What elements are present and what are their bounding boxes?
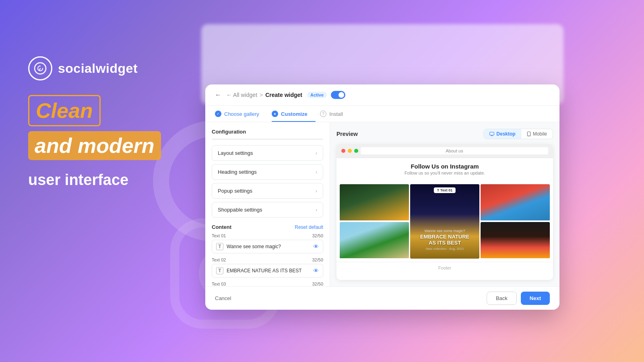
text-field-group-01: Text 01 32/50 T 👁 [212, 233, 323, 253]
logo-icon [28, 56, 52, 80]
field-name-03: Text 03 [212, 282, 226, 286]
preview-header: Preview Desktop Mobile [336, 129, 553, 139]
logo-area: socialwidget [28, 56, 161, 80]
active-badge: Active [307, 92, 327, 98]
step-check-install: ? [320, 111, 326, 117]
step-separator-2: · [317, 111, 318, 117]
text-field-group-02: Text 02 32/50 T 👁 [212, 257, 323, 278]
svg-rect-4 [490, 132, 494, 136]
text-input-wrapper-01: T 👁 [212, 240, 323, 253]
preview-mobile-btn[interactable]: Mobile [521, 129, 553, 139]
settings-row-popup[interactable]: Popup settings › [212, 183, 323, 199]
field-name-02: Text 02 [212, 257, 226, 262]
steps-navigation: ✓ Choose gallery · ● Customize · ? Insta… [205, 106, 559, 122]
overlay-badge: T Text 01 [434, 187, 456, 193]
text-field-label-01: Text 01 32/50 [212, 233, 323, 238]
overlay-small-text: Wanne see some magic? [410, 229, 479, 233]
breadcrumb-current: Create widget [265, 92, 302, 98]
image-forest [340, 184, 409, 220]
step-install[interactable]: ? Install [320, 106, 351, 122]
tagline-clean-text: Clean [36, 99, 93, 122]
image-glamping [340, 222, 409, 258]
browser-dot-green [354, 149, 358, 153]
tagline-modern-box: and modern [28, 131, 161, 160]
text-field-group-03: Text 03 32/50 T 👁 [212, 282, 323, 286]
text-field-label-02: Text 02 32/50 [212, 257, 323, 262]
config-tabs: Desktop Mobile [212, 139, 323, 140]
grid-image-center: T Text 01 Wanne see some magic? EMBRACE … [410, 184, 479, 259]
back-navigation-arrow[interactable]: ← [215, 91, 221, 99]
step-separator-1: · [269, 111, 270, 117]
step-label-install: Install [329, 111, 343, 117]
preview-label: Preview [336, 131, 358, 137]
settings-label-popup: Popup settings [218, 188, 252, 194]
grid-image-1 [340, 184, 409, 221]
preview-desktop-btn[interactable]: Desktop [484, 129, 521, 139]
next-button[interactable]: Next [521, 292, 550, 305]
settings-row-heading[interactable]: Heading settings › [212, 164, 323, 180]
overlay-badge-text: T Text 01 [437, 188, 452, 192]
preview-desktop-label: Desktop [496, 131, 515, 137]
mobile-icon [527, 132, 531, 136]
tagline-modern-text: and modern [35, 134, 155, 157]
desktop-icon [489, 132, 494, 136]
grid-image-5 [481, 222, 550, 259]
back-button[interactable]: Back [487, 292, 517, 305]
preview-main-content: Follow Us on Instagram Follow us so you'… [336, 158, 553, 184]
cancel-button[interactable]: Cancel [215, 295, 231, 301]
tagline-sub-text: user interface [28, 171, 161, 189]
step-customize[interactable]: ● Customize [272, 106, 316, 122]
image-hiking [481, 184, 550, 220]
preview-mobile-label: Mobile [533, 131, 547, 137]
chevron-right-icon-popup: › [316, 188, 317, 194]
preview-footer: Footer [336, 262, 553, 274]
image-campfire [481, 222, 550, 258]
settings-row-layout[interactable]: Layout settings › [212, 145, 323, 161]
browser-url-bar: About us [361, 147, 548, 154]
text-input-02[interactable] [227, 268, 310, 274]
footer-action-buttons: Back Next [487, 292, 550, 305]
text-field-label-03: Text 03 32/50 [212, 282, 323, 286]
modal-body: Configuration Desktop Mobile Layout sett… [205, 122, 559, 286]
text-input-01[interactable] [227, 244, 310, 249]
preview-card: About us Follow Us on Instagram Follow u… [336, 144, 553, 280]
step-label-customize: Customize [281, 111, 308, 117]
left-panel: Configuration Desktop Mobile Layout sett… [205, 122, 330, 286]
breadcrumb: ← All widget > Create widget Active [226, 91, 345, 99]
field-counter-03: 32/50 [312, 282, 323, 286]
field-counter-01: 32/50 [312, 233, 323, 238]
field-name-01: Text 01 [212, 233, 226, 238]
chevron-right-icon: › [316, 150, 317, 156]
visibility-toggle-02[interactable]: 👁 [313, 267, 319, 274]
tab-mobile[interactable]: Mobile [268, 139, 323, 140]
step-label-gallery: Choose gallery [224, 111, 259, 117]
step-choose-gallery[interactable]: ✓ Choose gallery [215, 106, 267, 122]
chevron-right-icon-heading: › [316, 169, 317, 175]
active-toggle[interactable] [331, 91, 345, 99]
overlay-big-text: EMBRACE NATUREAS ITS BEST [410, 234, 479, 246]
grid-image-4 [340, 222, 409, 259]
preview-device-toggle: Desktop Mobile [483, 129, 553, 139]
settings-label-shoppable: Shoppable settings [218, 207, 262, 213]
step-check-gallery: ✓ [215, 111, 221, 117]
settings-label-layout: Layout settings [218, 150, 253, 156]
visibility-toggle-01[interactable]: 👁 [313, 243, 319, 250]
breadcrumb-all-widget[interactable]: ← All widget [226, 92, 257, 98]
settings-row-shoppable[interactable]: Shoppable settings › [212, 202, 323, 218]
content-label: Content [212, 224, 231, 230]
reset-default-button[interactable]: Reset default [295, 224, 323, 230]
branding-area: socialwidget Clean and modern user inter… [28, 56, 161, 189]
chevron-right-icon-shoppable: › [316, 207, 317, 213]
overlay-date-text: New collection - Aug, 2021 [410, 247, 479, 251]
tab-desktop[interactable]: Desktop [212, 139, 268, 140]
preview-instagram-heading: Follow Us on Instagram [343, 163, 547, 170]
modal-header: ← ← All widget > Create widget Active [205, 84, 559, 106]
overlay-text-area: Wanne see some magic? EMBRACE NATUREAS I… [410, 229, 479, 251]
main-modal: ← ← All widget > Create widget Active ✓ … [205, 84, 559, 310]
logo-text: socialwidget [58, 61, 138, 76]
config-label: Configuration [212, 129, 323, 135]
breadcrumb-sep: > [260, 92, 263, 98]
browser-dot-yellow [348, 149, 352, 153]
tagline-clean-box: Clean [28, 95, 101, 126]
grid-image-3 [481, 184, 550, 221]
